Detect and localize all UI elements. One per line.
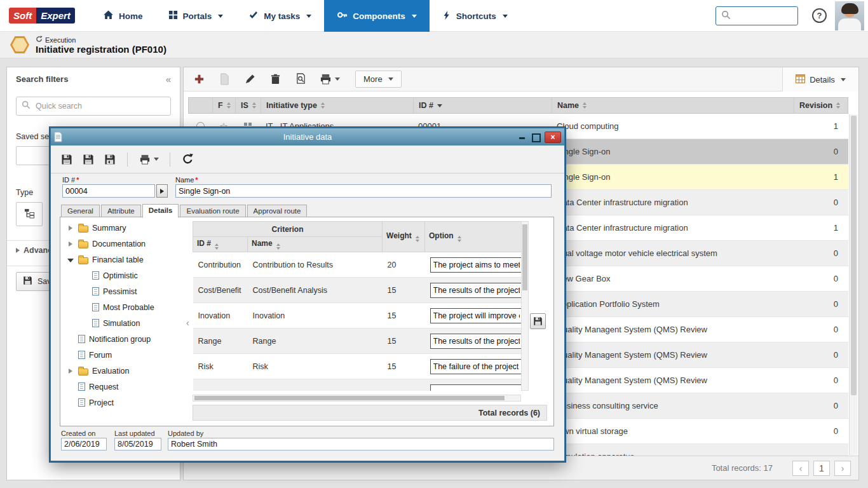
preview-button[interactable] [292, 71, 309, 88]
created-on-value: 2/06/2019 [61, 438, 107, 451]
folder-icon [78, 369, 88, 376]
option-input[interactable] [430, 334, 521, 349]
save-and-new-button[interactable] [79, 150, 98, 169]
type-picker-button[interactable] [16, 202, 43, 226]
view-button[interactable] [215, 71, 233, 88]
tree-item[interactable]: Summary [60, 220, 186, 236]
nav-label: Home [119, 11, 143, 21]
page-number-button[interactable]: 1 [813, 461, 830, 476]
id-lookup-button[interactable] [156, 184, 168, 198]
tree-item[interactable]: Forum [60, 347, 186, 363]
tree-item[interactable]: Most Probable [60, 299, 186, 315]
delete-button[interactable] [266, 71, 284, 88]
softexpert-logo[interactable]: Soft Expert [9, 8, 75, 24]
tab-details[interactable]: Details [142, 204, 179, 218]
quick-search-input[interactable] [34, 101, 155, 111]
tab-evaluation-route[interactable]: Evaluation route [180, 205, 245, 217]
tree-item-label: Notification group [89, 335, 151, 344]
chevron-down-icon[interactable] [154, 158, 159, 161]
more-button[interactable]: More [355, 71, 402, 88]
tree-item[interactable]: Documentation [60, 236, 186, 252]
save-and-exit-button[interactable] [100, 150, 119, 169]
id-input[interactable] [62, 184, 155, 198]
criteria-vertical-scrollbar[interactable] [521, 221, 529, 391]
breadcrumb[interactable]: Execution [36, 36, 76, 44]
column-header-weight[interactable]: Weight [383, 222, 425, 252]
criterion-weight: 15 [383, 354, 425, 379]
tree-item[interactable]: Simulation [60, 315, 186, 331]
tree-expander-icon[interactable] [67, 224, 74, 232]
option-input[interactable] [430, 359, 521, 374]
close-button[interactable]: × [545, 132, 561, 143]
previous-page-button[interactable]: ‹ [792, 461, 809, 476]
tree-item[interactable]: Financial table [60, 252, 186, 268]
nav-item-my-tasks[interactable]: My tasks [236, 0, 324, 32]
save-button[interactable] [57, 150, 76, 169]
nav-item-portals[interactable]: Portals [156, 0, 236, 32]
column-header-id[interactable]: ID # [414, 98, 552, 113]
print-button[interactable] [135, 150, 162, 169]
print-button[interactable] [317, 71, 342, 88]
collapse-tree-icon[interactable]: ‹ [186, 318, 189, 328]
column-header-initiative-type[interactable]: Initiative type [261, 98, 414, 113]
column-header-criterion-name[interactable]: Name [248, 237, 383, 252]
tree-item[interactable]: Optimistic [60, 268, 186, 283]
tab-attribute[interactable]: Attribute [101, 205, 141, 217]
add-button[interactable] [190, 71, 208, 88]
column-header-is[interactable]: IS [236, 98, 261, 113]
option-input[interactable] [430, 308, 521, 323]
tree-item[interactable]: Pessimist [60, 283, 186, 299]
nav-item-shortcuts[interactable]: Shortcuts [430, 0, 520, 32]
tree-item[interactable]: Project [60, 395, 186, 410]
criteria-horizontal-scrollbar[interactable] [193, 395, 521, 402]
tab-approval-route[interactable]: Approval route [247, 205, 308, 217]
tree-expander-icon[interactable] [67, 240, 74, 248]
tree-expander-spacer [81, 288, 88, 295]
column-header-favorite[interactable]: F [213, 98, 236, 113]
criterion-id: Range [193, 329, 248, 354]
vertical-scrollbar[interactable] [849, 114, 858, 455]
user-avatar[interactable] [835, 1, 864, 30]
details-panel-button[interactable]: Details [782, 67, 858, 92]
grid-toolbar: More Details [184, 67, 858, 92]
edit-button[interactable] [241, 71, 259, 88]
refresh-button[interactable] [178, 150, 197, 169]
column-header-revision[interactable]: Revision [794, 98, 848, 113]
quick-search-box[interactable] [16, 97, 171, 116]
process-arrows-icon [36, 36, 43, 44]
option-input[interactable] [430, 283, 521, 298]
tree-item-label: Simulation [103, 319, 140, 328]
scrollbar-thumb[interactable] [194, 396, 505, 400]
column-header-name[interactable]: Name [552, 98, 794, 113]
global-search-input[interactable] [735, 11, 793, 21]
tree-item[interactable]: Request [60, 379, 186, 395]
global-search-box[interactable] [715, 6, 798, 25]
next-page-button[interactable]: › [834, 461, 851, 476]
minimize-button[interactable] [515, 132, 528, 142]
tab-general[interactable]: General [61, 205, 100, 217]
chevron-down-icon[interactable] [335, 78, 340, 81]
tree-expander-icon[interactable] [67, 367, 74, 375]
tree-expander-icon[interactable] [67, 256, 74, 264]
collapse-panel-icon[interactable]: « [166, 74, 171, 85]
option-input[interactable] [430, 257, 521, 273]
maximize-button[interactable] [530, 132, 543, 142]
tree-item[interactable]: Notification group [60, 331, 186, 347]
help-icon[interactable]: ? [812, 8, 827, 23]
nav-item-components[interactable]: Components [324, 0, 430, 32]
cell-revision: 0 [795, 401, 848, 410]
details-label: Details [810, 75, 835, 85]
cell-revision: 0 [795, 248, 848, 258]
tree-item[interactable]: Evaluation [60, 363, 186, 379]
scrollbar-thumb[interactable] [522, 224, 527, 290]
name-input[interactable] [175, 184, 552, 198]
scrollbar-thumb[interactable] [851, 116, 857, 395]
option-input[interactable] [430, 384, 521, 391]
column-header-option[interactable]: Option [425, 222, 521, 252]
modal-titlebar[interactable]: Initiative data × [51, 128, 564, 146]
column-header-criterion-id[interactable]: ID # [193, 237, 248, 252]
tree-expander-spacer [67, 399, 74, 407]
nav-item-home[interactable]: Home [90, 0, 156, 32]
cell-revision: 0 [795, 325, 848, 334]
save-table-button[interactable] [530, 313, 546, 329]
